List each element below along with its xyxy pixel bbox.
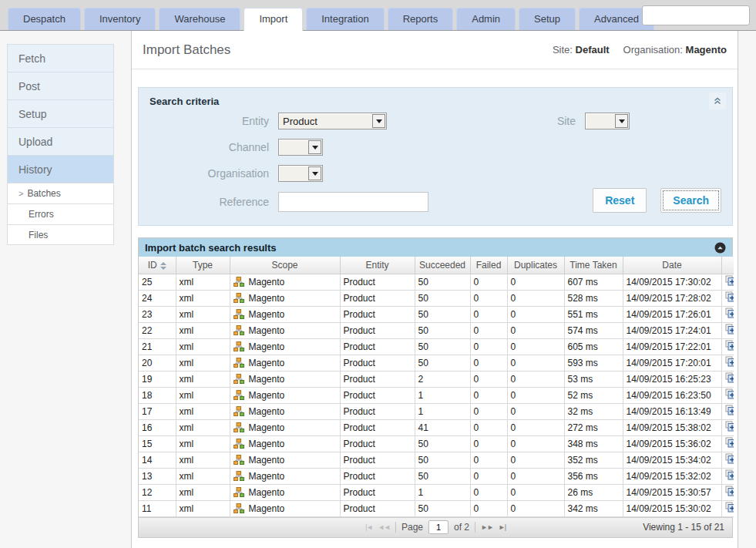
cell-scope: Magento: [230, 306, 340, 322]
cell-type: xml: [176, 306, 230, 322]
column-header-type[interactable]: Type: [176, 257, 230, 274]
site-select[interactable]: [585, 113, 630, 129]
cell-succeeded: 50: [415, 435, 470, 452]
cell-entity: Product: [340, 452, 415, 468]
cell-failed: 0: [470, 371, 507, 387]
expand-row-button[interactable]: [721, 338, 734, 355]
cell-id: 22: [139, 322, 176, 338]
table-row[interactable]: 22 xml Magento Product 50 0 0 574 ms 14/…: [139, 322, 734, 338]
prev-page-icon[interactable]: ◄◄: [378, 523, 390, 531]
cell-type: xml: [176, 274, 230, 290]
column-header-date[interactable]: Date: [623, 257, 721, 274]
expand-row-button[interactable]: [721, 484, 734, 500]
tab-import[interactable]: Import: [244, 8, 303, 31]
expand-details-icon: [725, 308, 734, 318]
column-header-scope[interactable]: Scope: [230, 257, 340, 274]
column-header-entity[interactable]: Entity: [340, 257, 415, 274]
expand-row-button[interactable]: [721, 387, 734, 403]
expand-row-button[interactable]: [721, 274, 734, 290]
expand-row-button[interactable]: [721, 322, 734, 338]
expand-row-button[interactable]: [721, 419, 734, 435]
first-page-icon[interactable]: |◄: [365, 523, 372, 531]
table-row[interactable]: 17 xml Magento Product 1 0 0 32 ms 14/09…: [139, 403, 734, 419]
tab-integration[interactable]: Integration: [306, 8, 384, 30]
organisation-select[interactable]: [278, 165, 323, 182]
cell-type: xml: [176, 322, 230, 338]
entity-select[interactable]: Product: [278, 113, 387, 129]
chevron-down-icon: [308, 140, 321, 154]
column-header-failed[interactable]: Failed: [470, 257, 507, 274]
expand-row-button[interactable]: [721, 403, 734, 419]
cell-scope: Magento: [230, 338, 340, 355]
tab-warehouse[interactable]: Warehouse: [159, 8, 240, 30]
expand-row-button[interactable]: [721, 452, 734, 468]
next-page-icon[interactable]: ►►: [481, 523, 493, 531]
table-row[interactable]: 12 xml Magento Product 1 0 0 26 ms 14/09…: [139, 484, 734, 500]
cell-id: 19: [139, 371, 176, 387]
table-row[interactable]: 14 xml Magento Product 50 0 0 352 ms 14/…: [139, 452, 734, 468]
column-header-id[interactable]: ID: [139, 257, 176, 274]
global-search-input[interactable]: [643, 8, 756, 23]
reference-input[interactable]: [278, 192, 428, 212]
sidebar-item-upload[interactable]: Upload: [7, 127, 114, 155]
table-row[interactable]: 24 xml Magento Product 50 0 0 528 ms 14/…: [139, 290, 734, 306]
cell-id: 20: [139, 355, 176, 371]
tab-admin[interactable]: Admin: [456, 8, 516, 30]
sidebar-subitem-errors[interactable]: Errors: [7, 203, 114, 224]
sidebar-item-setup[interactable]: Setup: [7, 99, 114, 127]
expand-row-button[interactable]: [721, 355, 734, 371]
tab-reports[interactable]: Reports: [388, 8, 454, 30]
expand-row-button[interactable]: [721, 468, 734, 484]
search-button[interactable]: Search: [660, 188, 721, 213]
sidebar-item-history[interactable]: History: [7, 155, 114, 183]
site-value: Default: [576, 44, 610, 55]
column-header-duplicates[interactable]: Duplicates: [507, 257, 564, 274]
channel-select[interactable]: [278, 139, 323, 156]
cell-time-taken: 593 ms: [564, 355, 623, 371]
expand-row-button[interactable]: [721, 371, 734, 387]
page-number-input[interactable]: [428, 520, 449, 534]
cell-scope: Magento: [230, 371, 340, 387]
table-row[interactable]: 25 xml Magento Product 50 0 0 607 ms 14/…: [139, 274, 734, 290]
cell-succeeded: 50: [415, 274, 470, 290]
table-row[interactable]: 15 xml Magento Product 50 0 0 348 ms 14/…: [139, 435, 734, 452]
sidebar-item-fetch[interactable]: Fetch: [7, 44, 114, 72]
table-row[interactable]: 16 xml Magento Product 41 0 0 272 ms 14/…: [139, 419, 734, 435]
table-row[interactable]: 20 xml Magento Product 50 0 0 593 ms 14/…: [139, 355, 734, 371]
cell-id: 17: [139, 403, 176, 419]
cell-scope: Magento: [230, 290, 340, 306]
sidebar-item-post[interactable]: Post: [7, 72, 114, 99]
results-collapse-button[interactable]: [714, 242, 726, 254]
column-header-time-taken[interactable]: Time Taken: [564, 257, 623, 274]
table-row[interactable]: 21 xml Magento Product 50 0 0 605 ms 14/…: [139, 338, 734, 355]
expand-row-button[interactable]: [721, 435, 734, 452]
expand-row-button[interactable]: [721, 500, 734, 516]
expand-details-icon: [725, 291, 734, 302]
tab-inventory[interactable]: Inventory: [84, 8, 156, 30]
expand-row-button[interactable]: [721, 306, 734, 322]
last-page-icon[interactable]: ►|: [499, 523, 506, 531]
table-row[interactable]: 19 xml Magento Product 2 0 0 53 ms 14/09…: [139, 371, 734, 387]
cell-date: 14/09/2015 16:13:49: [623, 403, 721, 419]
criteria-collapse-button[interactable]: [709, 92, 726, 109]
expand-details-icon: [725, 486, 734, 496]
sidebar-subitem-files[interactable]: Files: [7, 224, 114, 245]
table-row[interactable]: 11 xml Magento Product 50 0 0 342 ms 14/…: [139, 500, 734, 516]
table-row[interactable]: 13 xml Magento Product 50 0 0 356 ms 14/…: [139, 468, 734, 484]
table-row[interactable]: 23 xml Magento Product 50 0 0 551 ms 14/…: [139, 306, 734, 322]
cell-scope: Magento: [230, 468, 340, 484]
cell-type: xml: [176, 435, 230, 452]
tab-despatch[interactable]: Despatch: [8, 8, 81, 30]
scope-value: Magento: [249, 309, 285, 320]
organisation-scope-icon: [234, 439, 244, 449]
table-row[interactable]: 18 xml Magento Product 1 0 0 52 ms 14/09…: [139, 387, 734, 403]
sidebar-subitem-batches[interactable]: > Batches: [7, 183, 114, 203]
tab-setup[interactable]: Setup: [519, 8, 576, 30]
cell-time-taken: 26 ms: [564, 484, 623, 500]
organisation-scope-icon: [234, 293, 244, 303]
cell-id: 18: [139, 387, 176, 403]
reset-button[interactable]: Reset: [593, 188, 647, 213]
column-header-succeeded[interactable]: Succeeded: [415, 257, 470, 274]
cell-duplicates: 0: [507, 403, 564, 419]
expand-row-button[interactable]: [721, 290, 734, 306]
